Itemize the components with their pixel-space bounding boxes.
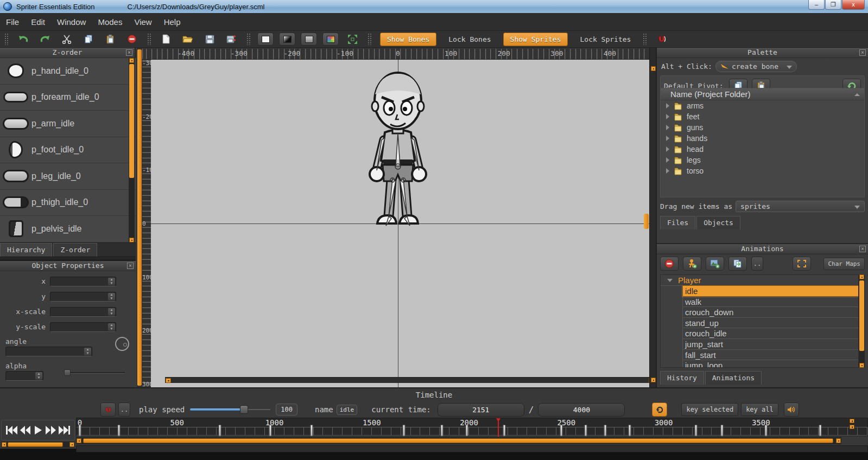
zorder-scrollbar[interactable]	[129, 58, 135, 242]
keyframe-marker[interactable]	[79, 425, 81, 436]
play-button[interactable]	[34, 425, 42, 435]
open-folder-icon[interactable]	[181, 33, 194, 45]
char-maps-button[interactable]: Char Maps	[823, 258, 865, 270]
scroll-down-button[interactable]	[651, 378, 656, 382]
keyframe-marker[interactable]	[585, 425, 587, 436]
view-mode-white-button[interactable]	[257, 33, 274, 46]
timeline-ruler[interactable]: 0500100015002000250030003500	[76, 418, 868, 436]
keyframe-marker[interactable]	[819, 425, 822, 436]
animation-item[interactable]: idle	[682, 286, 858, 297]
folder-row[interactable]: feet	[661, 111, 864, 122]
keyframe-marker[interactable]	[466, 425, 468, 436]
save-as-icon[interactable]	[225, 33, 238, 45]
delete-animation-button[interactable]	[660, 257, 679, 271]
menu-item[interactable]: Window	[51, 15, 92, 29]
scrollbar-thumb[interactable]	[137, 49, 142, 386]
folder-row[interactable]: torso	[661, 165, 864, 176]
show-sprites-button[interactable]: Show Sprites	[503, 33, 568, 46]
sound-button[interactable]	[784, 403, 799, 417]
spinner-icon[interactable]: ▲▼	[108, 323, 115, 331]
key-all-button[interactable]: key all	[741, 403, 778, 416]
key-selected-button[interactable]: key selected	[681, 403, 738, 416]
spinner-icon[interactable]: ▲▼	[108, 278, 115, 285]
zoom-in-button[interactable]	[850, 419, 854, 423]
scroll-right-button[interactable]	[69, 442, 74, 447]
zorder-item[interactable]: p_forearm_idle_0	[0, 85, 136, 111]
scroll-left-button[interactable]	[77, 438, 81, 443]
canvas-vertical-scrollbar[interactable]	[137, 49, 142, 386]
panel-splitter[interactable]	[0, 257, 136, 261]
add-entity-button[interactable]	[683, 257, 701, 271]
angle-input[interactable]: ▲▼	[5, 347, 92, 356]
close-icon[interactable]: ×	[127, 263, 134, 269]
snap-magnet-icon[interactable]	[655, 33, 668, 45]
scroll-up-button[interactable]	[859, 274, 864, 279]
timeline-track-row[interactable]	[76, 445, 868, 452]
playhead[interactable]	[498, 418, 499, 437]
total-time-field[interactable]: 4000	[538, 403, 625, 417]
copy-icon[interactable]	[82, 33, 95, 45]
keyframe-marker[interactable]	[503, 425, 505, 436]
expand-caret-icon[interactable]	[666, 157, 669, 163]
keyframe-marker[interactable]	[402, 425, 405, 436]
zorder-item[interactable]: p_pelvis_idle	[0, 216, 136, 242]
collapse-caret-icon[interactable]	[667, 279, 673, 282]
close-icon[interactable]: ×	[859, 49, 866, 56]
animation-item[interactable]: crouch_down	[682, 307, 858, 318]
scroll-right-button[interactable]	[836, 438, 841, 443]
more-options-button[interactable]: ..	[751, 257, 763, 271]
delete-icon[interactable]	[125, 33, 138, 45]
animation-item[interactable]: crouch_idle	[682, 328, 858, 339]
property-input[interactable]: ▲▼	[50, 322, 116, 332]
keyframe-marker[interactable]	[764, 425, 767, 436]
keyframe-marker[interactable]	[560, 425, 563, 436]
angle-dial[interactable]	[115, 337, 129, 351]
paste-icon[interactable]	[104, 33, 117, 45]
duplicate-animation-button[interactable]	[728, 257, 747, 271]
scroll-up-button[interactable]	[651, 66, 656, 71]
animation-item[interactable]: jump_start	[682, 339, 858, 350]
lock-sprites-button[interactable]: Lock Sprites	[580, 35, 631, 43]
spinner-icon[interactable]: ▲▼	[108, 293, 115, 301]
animations-scrollbar[interactable]	[859, 274, 865, 368]
character-sprite[interactable]	[354, 64, 441, 230]
scrollbar-thumb[interactable]	[859, 280, 864, 351]
animation-name-value[interactable]: idle	[337, 405, 358, 415]
right-dock-scroll-strip[interactable]	[649, 48, 657, 387]
alpha-slider[interactable]	[64, 369, 125, 376]
property-input[interactable]: ▲▼	[50, 292, 116, 302]
zorder-item[interactable]: p_hand_idle_0	[0, 58, 136, 85]
skip-to-end-button[interactable]	[59, 425, 71, 435]
alpha-input[interactable]: ▲▼	[5, 371, 43, 381]
expand-caret-icon[interactable]	[666, 168, 669, 174]
slider-handle[interactable]	[240, 405, 248, 414]
menu-item[interactable]: Modes	[92, 15, 128, 29]
expand-caret-icon[interactable]	[666, 136, 669, 141]
tab-animations[interactable]: Animations	[705, 371, 762, 385]
alpha-slider-handle[interactable]	[64, 369, 71, 376]
view-mode-gray-button[interactable]	[301, 33, 317, 46]
timeline-options-button[interactable]: ..	[118, 403, 130, 417]
timeline-scrollbar[interactable]	[76, 437, 841, 444]
tab-zorder[interactable]: Z-order	[53, 243, 97, 257]
expand-caret-icon[interactable]	[666, 146, 669, 152]
animation-item[interactable]: fall_start	[682, 350, 858, 361]
zorder-item[interactable]: p_foot_idle_0	[0, 137, 136, 164]
keyframe-marker[interactable]	[310, 425, 313, 436]
lock-bones-button[interactable]: Lock Bones	[448, 35, 491, 43]
view-mode-dark-button[interactable]	[279, 33, 295, 46]
menu-item[interactable]: Help	[158, 15, 187, 29]
loop-playback-button[interactable]	[652, 403, 667, 417]
close-icon[interactable]: ×	[859, 246, 866, 252]
animation-item[interactable]: stand_up	[682, 318, 858, 329]
folder-row[interactable]: guns	[661, 122, 864, 133]
zorder-item[interactable]: p_leg_idle_0	[0, 163, 136, 190]
animation-item[interactable]: walk	[682, 297, 858, 308]
keyframe-marker[interactable]	[219, 425, 221, 436]
redo-icon[interactable]	[39, 33, 52, 45]
add-animation-button[interactable]	[706, 257, 724, 271]
keyframe-marker[interactable]	[117, 425, 120, 436]
cut-icon[interactable]	[60, 33, 73, 45]
animation-item[interactable]: jump_loop	[682, 360, 858, 368]
expand-caret-icon[interactable]	[666, 125, 669, 130]
